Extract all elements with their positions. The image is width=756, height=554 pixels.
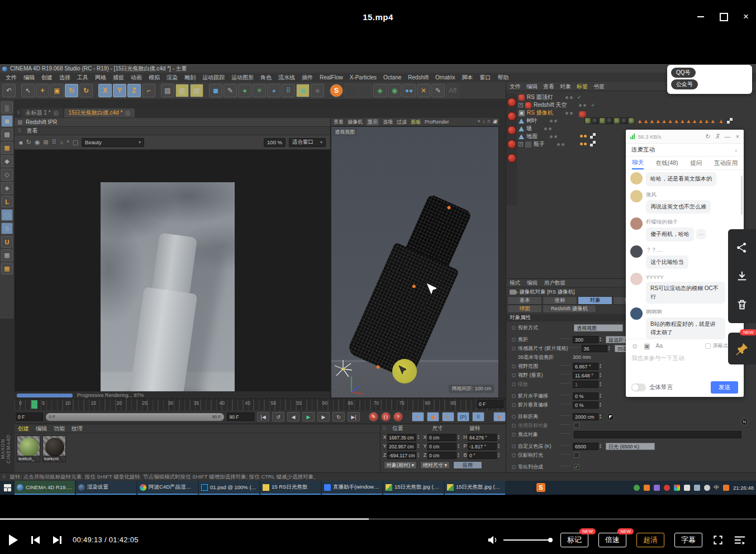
size-mode-dropdown[interactable]: 绝对尺寸 ▾ [420,461,450,469]
texture-tag[interactable] [606,117,613,124]
texture-tag[interactable] [584,117,591,124]
menu-item[interactable]: 帮助 [495,73,512,82]
last-tool-icon[interactable]: ↻ [79,84,93,97]
channel-row[interactable]: 连麦互动 ⌄ [626,144,744,157]
lock-x-icon[interactable]: X [98,84,112,97]
attribute-preset-dropdown[interactable]: 日光 (6500 K) [606,443,655,450]
avatar[interactable] [630,245,643,258]
stop-render-icon[interactable]: ■ [19,139,23,146]
chat-tab[interactable]: 提问 [690,158,702,169]
move-tool-icon[interactable]: + [36,84,49,97]
fullscreen-icon[interactable] [712,534,724,546]
ipr-render-canvas[interactable] [15,150,330,391]
viewport-label[interactable]: 透视视图 [332,128,357,136]
preview-range-slider[interactable]: 0 F 90 F [46,413,225,421]
menu-item[interactable]: 功能 [54,425,65,433]
gzh-badge[interactable]: 公众号 [671,79,698,89]
visibility-dots[interactable] [550,120,557,122]
substance-icon[interactable]: S [330,84,343,97]
lock-y-icon[interactable]: Y [113,84,126,97]
anim-dot-icon[interactable] [512,403,516,407]
rs-ipr-icon[interactable] [507,112,516,121]
visibility-dots[interactable] [579,104,586,107]
previous-button[interactable] [31,536,40,544]
menu-item[interactable]: ProRender [425,119,449,125]
anim-dot-icon[interactable] [512,444,516,448]
rotation-input[interactable]: 64.276 ° [468,434,497,441]
effects-icon[interactable]: * [66,139,69,146]
material-leafcol[interactable]: leafcol_ [17,435,40,462]
menu-item[interactable]: Redshift [405,74,432,81]
attribute-value-input[interactable]: 1 [573,381,598,388]
goto-end-icon[interactable]: ▶| [348,412,360,422]
menu-item[interactable]: 用户数据 [544,280,565,287]
keyframe-selection-icon[interactable]: ? [393,412,403,422]
object-row[interactable]: + RS 圆顶灯 ✓ [517,93,756,101]
play-button[interactable] [9,534,18,546]
play-icon[interactable]: ▶ [302,412,315,422]
value-stepper[interactable]: ▴▾ [498,443,502,449]
texture-tag[interactable] [614,117,620,124]
anim-dot-icon[interactable] [512,453,516,457]
menu-item[interactable]: 书签 [593,83,605,91]
keyframe-presets-icon[interactable]: ▮ [493,412,506,422]
anim-dot-icon[interactable] [512,465,516,469]
restart-render-icon[interactable]: ↻ [26,139,31,146]
video-progress-bar[interactable] [0,518,756,520]
key-parameter-icon[interactable]: (P) [457,412,469,422]
object-name[interactable]: Redshift 天空 [534,101,567,109]
key-pla-icon[interactable]: ⠿ [472,412,484,422]
menu-item[interactable]: 摄像机 [348,119,363,126]
clock[interactable]: 21:26:48 [733,485,754,491]
chat-tab[interactable]: 在线(48) [656,158,678,169]
value-stepper[interactable]: ▴▾ [498,434,502,440]
goto-start-icon[interactable]: |◀ [257,412,269,422]
value-stepper[interactable]: ▴▾ [608,345,612,351]
image-icon[interactable]: ▣ [644,342,650,350]
taskbar-item[interactable]: CINEMA 4D R19.06... [15,481,75,495]
block-likes-checkbox[interactable] [705,343,711,349]
anim-dot-icon[interactable] [512,433,516,437]
menu-item[interactable]: 纹理 [72,425,83,433]
attribute-preset-dropdown[interactable]: 透视视图 [574,324,623,332]
position-input[interactable]: 1687.35 cm [387,434,416,441]
prev-frame-icon[interactable]: ◀ [287,412,299,422]
menu-item[interactable]: 面板 [411,119,421,126]
close-tab-icon[interactable]: × [54,111,59,116]
taskbar-item[interactable]: 15日光焦散.jpg (16... [383,481,444,495]
timeline-ruler[interactable]: 051015202530354045505560657075808590 0 F [15,399,506,410]
model-mode-icon[interactable]: ◼ [1,115,13,127]
snapshot-icon[interactable]: ⊞ [43,139,48,146]
lock-z-icon[interactable]: Z [127,84,141,97]
attribute-value-input[interactable]: 36 [582,345,607,352]
tray-app-icon[interactable] [634,485,640,491]
add-spline-icon[interactable]: ✎ [224,84,237,97]
menu-item[interactable]: 创建 [38,73,56,82]
polygons-mode-icon[interactable]: ◈ [1,182,13,194]
avatar[interactable] [630,190,643,202]
more-options-icon[interactable] [696,229,706,239]
menu-item[interactable]: 创建 [18,425,29,433]
minimize-chat-icon[interactable]: — [725,133,731,140]
pin-tool-icon[interactable] [735,342,749,356]
edges-mode-icon[interactable]: ◇ [1,169,13,181]
range-end-field[interactable]: 90 F [227,413,254,421]
node-picker-icon[interactable]: N [741,418,748,425]
menu-item[interactable]: 过滤 [397,119,407,126]
send-button[interactable]: 发送 [711,381,738,394]
value-stepper[interactable]: ▴▾ [458,452,462,458]
menu-item[interactable]: 文件 [510,83,521,91]
menu-item[interactable]: 动画 [127,73,145,82]
visibility-dots[interactable] [565,112,573,115]
value-stepper[interactable]: ▴▾ [417,452,421,458]
anim-dot-icon[interactable] [512,382,516,386]
avatar[interactable] [630,273,643,285]
range-start-field[interactable]: 0 F [16,413,43,421]
texture-tags-strip[interactable] [584,117,733,124]
attribute-checkbox[interactable] [574,464,579,470]
render-settings-icon[interactable]: ▤ [190,84,203,97]
anim-dot-icon[interactable] [512,347,516,351]
taskbar-item[interactable]: 渲染设置 [76,481,136,495]
taskbar-item[interactable]: 直播助手(window64)... [322,481,382,495]
attribute-value-input[interactable]: 0 % [573,392,598,400]
